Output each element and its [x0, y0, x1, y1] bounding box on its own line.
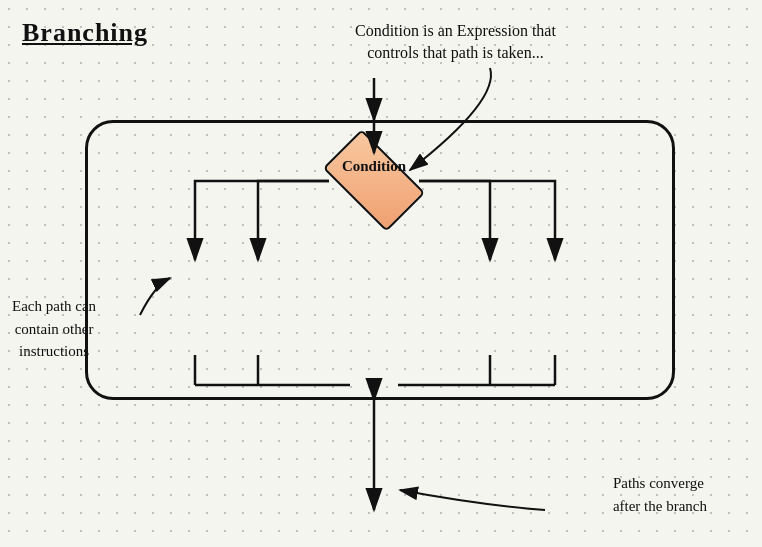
annotation-left: Each path can contain other instructions [12, 295, 96, 363]
annotation-top: Condition is an Expression that controls… [355, 20, 556, 65]
annotation-bottom-right: Paths converge after the branch [613, 472, 707, 517]
page-title: Branching [22, 18, 148, 48]
